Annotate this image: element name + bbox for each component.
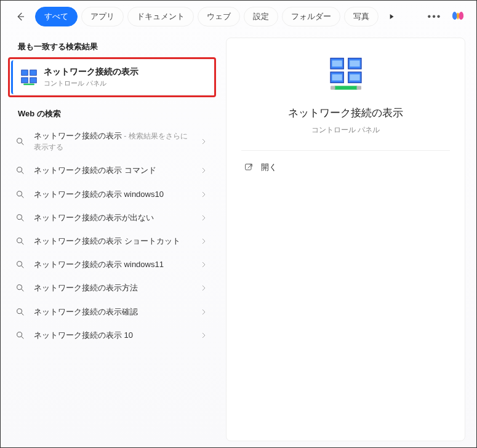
svg-point-5 — [17, 138, 22, 143]
chevron-right-icon — [200, 167, 207, 174]
tabs-more-button[interactable] — [382, 7, 401, 26]
svg-point-11 — [17, 215, 22, 220]
more-options-button[interactable]: ••• — [425, 7, 444, 26]
svg-rect-32 — [331, 86, 335, 90]
svg-line-12 — [22, 219, 23, 221]
search-icon — [15, 330, 25, 340]
svg-line-20 — [22, 313, 23, 315]
tab-all[interactable]: すべて — [35, 7, 78, 26]
svg-line-14 — [22, 242, 23, 244]
svg-line-22 — [22, 337, 23, 338]
web-result-item[interactable]: ネットワーク接続の表示 windows11 — [7, 253, 216, 276]
chevron-right-icon — [200, 214, 207, 222]
svg-rect-33 — [356, 86, 361, 90]
best-match-title: ネットワーク接続の表示 — [44, 66, 138, 78]
content-area: 最も一致する検索結果 ネットワーク接続の表示 コントロール パネル — [1, 31, 476, 447]
svg-line-6 — [22, 143, 23, 145]
svg-line-16 — [22, 266, 23, 268]
svg-point-13 — [17, 238, 22, 243]
best-match-highlight: ネットワーク接続の表示 コントロール パネル — [8, 57, 216, 97]
svg-line-10 — [22, 196, 23, 198]
svg-point-19 — [17, 308, 22, 313]
svg-point-9 — [17, 191, 22, 196]
svg-rect-2 — [22, 78, 28, 83]
network-connections-large-icon — [327, 57, 364, 94]
svg-point-17 — [17, 285, 22, 290]
search-icon — [15, 236, 25, 246]
chevron-right-icon — [200, 238, 207, 245]
web-search-header: Web の検索 — [1, 102, 222, 124]
web-result-item[interactable]: ネットワーク接続の表示方法 — [7, 276, 216, 300]
web-result-text: ネットワーク接続の表示 コマンド — [34, 165, 191, 176]
web-result-item[interactable]: ネットワーク接続の表示が出ない — [7, 206, 216, 230]
web-result-item[interactable]: ネットワーク接続の表示 コマンド — [7, 159, 216, 182]
open-label: 開く — [261, 162, 277, 173]
svg-rect-29 — [332, 74, 342, 81]
svg-rect-1 — [30, 70, 37, 75]
back-button[interactable] — [9, 6, 31, 28]
svg-rect-31 — [334, 86, 358, 90]
web-results-list: ネットワーク接続の表示 - 検索結果をさらに表示する ネットワーク接続の表示 コ… — [1, 124, 222, 347]
open-external-icon — [244, 162, 254, 172]
tab-folders[interactable]: フォルダー — [282, 7, 340, 26]
topbar: すべて アプリ ドキュメント ウェブ 設定 フォルダー 写真 ••• — [1, 1, 476, 31]
web-result-item[interactable]: ネットワーク接続の表示 - 検索結果をさらに表示する — [7, 124, 216, 159]
ellipsis-icon: ••• — [428, 11, 442, 22]
best-match-text: ネットワーク接続の表示 コントロール パネル — [44, 66, 138, 88]
svg-rect-3 — [30, 78, 37, 83]
divider — [241, 150, 450, 151]
web-result-item[interactable]: ネットワーク接続の表示 ショートカット — [7, 230, 216, 253]
preview-card: ネットワーク接続の表示 コントロール パネル 開く — [226, 38, 465, 441]
svg-line-8 — [22, 172, 23, 174]
preview-panel: ネットワーク接続の表示 コントロール パネル 開く — [222, 31, 476, 447]
web-result-text: ネットワーク接続の表示方法 — [34, 282, 191, 294]
tab-photos[interactable]: 写真 — [344, 7, 379, 26]
web-result-text: ネットワーク接続の表示 10 — [34, 330, 191, 341]
svg-point-7 — [17, 167, 22, 172]
tab-web[interactable]: ウェブ — [198, 7, 240, 26]
results-panel: 最も一致する検索結果 ネットワーク接続の表示 コントロール パネル — [1, 31, 222, 447]
chevron-right-icon — [200, 138, 207, 145]
web-result-text: ネットワーク接続の表示確認 — [34, 306, 191, 318]
web-result-text: ネットワーク接続の表示が出ない — [34, 212, 191, 223]
chevron-right-icon — [200, 332, 207, 339]
svg-rect-28 — [350, 60, 359, 66]
svg-rect-4 — [23, 83, 34, 85]
chevron-right-icon — [200, 261, 207, 268]
search-icon — [15, 190, 25, 199]
search-icon — [15, 166, 25, 175]
svg-point-15 — [17, 262, 22, 266]
copilot-icon — [450, 9, 466, 25]
best-match-subtitle: コントロール パネル — [44, 79, 138, 88]
web-result-item[interactable]: ネットワーク接続の表示確認 — [7, 300, 216, 324]
back-arrow-icon — [15, 11, 26, 22]
search-icon — [15, 283, 25, 293]
best-match-header: 最も一致する検索結果 — [1, 35, 222, 57]
chevron-right-icon — [200, 308, 207, 316]
web-result-text: ネットワーク接続の表示 windows10 — [34, 189, 191, 200]
play-icon — [387, 12, 396, 21]
open-action[interactable]: 開く — [241, 157, 450, 178]
copilot-button[interactable] — [448, 7, 468, 26]
web-result-item[interactable]: ネットワーク接続の表示 windows10 — [7, 183, 216, 206]
search-icon — [15, 260, 25, 270]
svg-line-18 — [22, 289, 23, 291]
svg-rect-0 — [22, 70, 28, 75]
search-icon — [15, 137, 25, 146]
web-result-text: ネットワーク接続の表示 ショートカット — [34, 236, 191, 247]
chevron-right-icon — [200, 191, 207, 198]
svg-point-21 — [17, 332, 22, 337]
web-result-text: ネットワーク接続の表示 windows11 — [34, 259, 191, 270]
search-window: すべて アプリ ドキュメント ウェブ 設定 フォルダー 写真 ••• 最も一致す… — [0, 0, 477, 448]
svg-rect-30 — [350, 74, 359, 81]
tab-documents[interactable]: ドキュメント — [127, 7, 194, 26]
best-match-item[interactable]: ネットワーク接続の表示 コントロール パネル — [11, 60, 213, 94]
preview-subtitle: コントロール パネル — [311, 125, 380, 135]
svg-rect-34 — [246, 164, 251, 170]
search-icon — [15, 213, 25, 223]
tab-settings[interactable]: 設定 — [244, 7, 278, 26]
tab-apps[interactable]: アプリ — [81, 7, 124, 26]
web-result-text: ネットワーク接続の表示 - 検索結果をさらに表示する — [34, 130, 191, 153]
web-result-item[interactable]: ネットワーク接続の表示 10 — [7, 324, 216, 347]
chevron-right-icon — [200, 284, 207, 292]
